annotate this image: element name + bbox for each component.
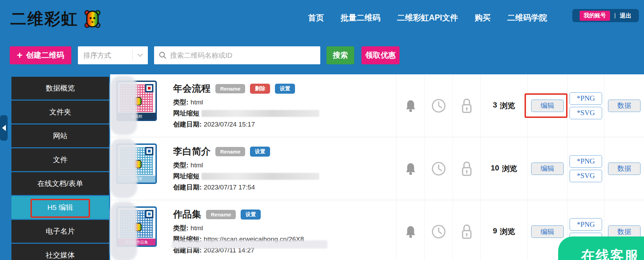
search-icon xyxy=(158,51,167,60)
type-label: 类型: xyxy=(173,224,188,233)
password-cell[interactable] xyxy=(453,137,480,200)
download-png-button[interactable]: *PNG xyxy=(570,155,602,168)
qr-list: 会流程 年会流程 Rename 删除 设置 类型:html 网址缩短 创建日期:… xyxy=(110,74,644,260)
views-count: 3 xyxy=(493,101,497,111)
brand-logo[interactable]: 二维彩虹 xyxy=(10,8,102,30)
blurred-url xyxy=(202,110,319,117)
chevron-down-icon xyxy=(133,53,148,57)
qr-info-cell: 白生平 李白简介 Rename 设置 类型:html 网址缩短 创建日期:202… xyxy=(110,137,396,200)
privacy-blur xyxy=(110,76,137,135)
lock-icon xyxy=(460,224,473,240)
sidebar-item-folders[interactable]: 文件夹 xyxy=(11,101,109,123)
data-button[interactable]: 数据 xyxy=(608,225,641,238)
views-count: 9 xyxy=(493,226,497,237)
qr-finder-square xyxy=(145,210,153,218)
type-value: html xyxy=(190,161,203,169)
delete-button[interactable]: 删除 xyxy=(250,84,270,94)
my-account-button[interactable]: 我的账号 xyxy=(580,11,610,21)
created-date-label: 创建日期: xyxy=(173,120,202,129)
type-label: 类型: xyxy=(173,161,188,170)
sidebar-item-files[interactable]: 文件 xyxy=(11,148,109,171)
qr-info-cell: 会流程 年会流程 Rename 删除 设置 类型:html 网址缩短 创建日期:… xyxy=(110,74,396,137)
settings-button[interactable]: 设置 xyxy=(241,210,261,220)
rename-button[interactable]: Rename xyxy=(215,84,245,93)
sidebar-collapse-tab[interactable] xyxy=(0,115,8,141)
qr-finder-square xyxy=(145,84,153,92)
qr-title: 年会流程 xyxy=(173,82,211,95)
download-svg-button[interactable]: *SVG xyxy=(570,107,602,119)
rainbow-bear-icon xyxy=(83,9,102,29)
clock-icon xyxy=(431,224,446,239)
rename-button[interactable]: Rename xyxy=(215,147,245,156)
nav-item-api-docs[interactable]: 二维彩虹API文件 xyxy=(397,12,458,23)
search-input[interactable] xyxy=(154,46,320,64)
nav-item-home[interactable]: 首页 xyxy=(308,12,324,23)
views-suffix: 浏览 xyxy=(500,226,515,237)
clock-icon xyxy=(431,161,446,176)
schedule-cell[interactable] xyxy=(424,74,453,137)
nav-item-batch-qr[interactable]: 批量二维码 xyxy=(341,12,381,23)
privacy-blur xyxy=(172,240,328,249)
clock-icon xyxy=(431,98,446,113)
sidebar-item-online-docs-forms[interactable]: 在线文档/表单 xyxy=(11,172,109,195)
main-nav: 首页 批量二维码 二维彩虹API文件 购买 二维码学院 xyxy=(308,12,547,23)
settings-button[interactable]: 设置 xyxy=(275,84,295,94)
sidebar: 数据概览 文件夹 网站 文件 在线文档/表单 H5 编辑 电子名片 社交媒体 xyxy=(11,77,109,260)
create-qr-button[interactable]: + 创建二维码 xyxy=(10,46,71,64)
download-png-button[interactable]: *PNG xyxy=(570,218,602,231)
search-button[interactable]: 搜索 xyxy=(327,46,354,64)
notification-cell[interactable] xyxy=(396,137,424,200)
sort-dropdown[interactable]: 排序方式 xyxy=(78,46,148,64)
type-value: html xyxy=(190,224,203,232)
sidebar-item-social-media[interactable]: 社交媒体 xyxy=(11,244,109,260)
search-field-wrap xyxy=(154,46,320,64)
account-separator: | xyxy=(614,12,616,19)
sidebar-item-data-overview[interactable]: 数据概览 xyxy=(11,77,109,100)
qr-meta: 年会流程 Rename 删除 设置 类型:html 网址缩短 创建日期:2023… xyxy=(173,82,319,128)
data-button[interactable]: 数据 xyxy=(608,162,641,175)
download-svg-button[interactable]: *SVG xyxy=(570,170,602,182)
settings-button[interactable]: 设置 xyxy=(250,147,270,157)
logout-button[interactable]: 退出 xyxy=(620,12,632,20)
created-date-value: 2023/07/17 17:54 xyxy=(204,184,255,191)
triangle-left-icon xyxy=(2,125,6,131)
qr-row-2: 白生平 李白简介 Rename 设置 类型:html 网址缩短 创建日期:202… xyxy=(110,137,644,200)
created-date-value: 2023/07/24 15:17 xyxy=(204,121,255,128)
notification-cell[interactable] xyxy=(396,200,424,260)
nav-item-buy[interactable]: 购买 xyxy=(475,12,491,23)
blurred-url xyxy=(202,173,319,180)
sidebar-item-business-card[interactable]: 电子名片 xyxy=(11,220,109,243)
account-box: 我的账号 | 退出 xyxy=(572,9,639,22)
views-cell: 3浏览 xyxy=(480,74,527,137)
password-cell[interactable] xyxy=(453,74,480,137)
qr-row-1: 会流程 年会流程 Rename 删除 设置 类型:html 网址缩短 创建日期:… xyxy=(110,74,644,137)
created-date-label: 创建日期: xyxy=(173,183,202,192)
type-label: 类型: xyxy=(173,98,188,107)
short-url-label: 网址缩短 xyxy=(173,172,199,181)
sidebar-item-website[interactable]: 网站 xyxy=(11,124,109,147)
views-count: 10 xyxy=(491,164,499,174)
online-support-button[interactable]: 在线客服 xyxy=(558,236,644,260)
lock-icon xyxy=(460,98,473,114)
bell-icon xyxy=(405,99,417,112)
edit-button[interactable]: 编辑 xyxy=(531,162,564,175)
sidebar-item-h5-editor[interactable]: H5 编辑 xyxy=(11,196,109,219)
qr-title: 作品集 xyxy=(173,208,201,221)
rename-button[interactable]: Rename xyxy=(206,210,236,219)
notification-cell[interactable] xyxy=(396,74,424,137)
password-cell[interactable] xyxy=(453,200,480,260)
edit-button[interactable]: 编辑 xyxy=(531,100,564,112)
download-png-button[interactable]: *PNG xyxy=(570,92,602,105)
privacy-blur xyxy=(110,202,137,260)
data-button[interactable]: 数据 xyxy=(608,100,641,112)
edit-button[interactable]: 编辑 xyxy=(531,225,564,238)
sort-dropdown-label: 排序方式 xyxy=(78,51,132,60)
bell-icon xyxy=(405,225,417,238)
views-suffix: 浏览 xyxy=(500,101,515,111)
type-value: html xyxy=(190,99,203,106)
schedule-cell[interactable] xyxy=(424,137,453,200)
coupon-button[interactable]: 领取优惠 xyxy=(361,46,400,64)
bell-icon xyxy=(405,162,417,175)
nav-item-academy[interactable]: 二维码学院 xyxy=(507,12,547,23)
schedule-cell[interactable] xyxy=(424,200,453,260)
